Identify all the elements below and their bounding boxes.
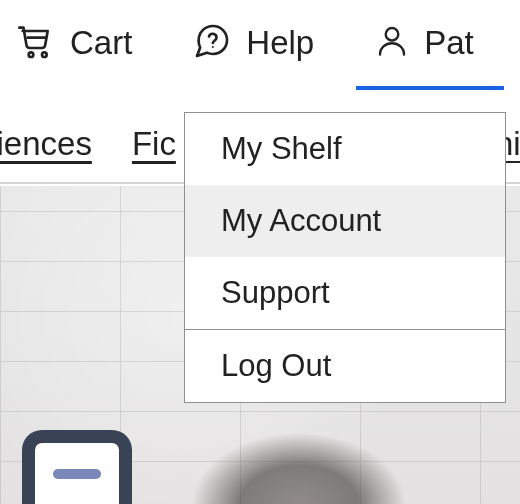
menu-item-my-shelf[interactable]: My Shelf: [185, 113, 505, 185]
device-illustration: [22, 430, 132, 504]
device-line: [53, 469, 101, 479]
user-dropdown-menu: My Shelf My Account Support Log Out: [184, 112, 506, 403]
category-link[interactable]: Fic: [132, 125, 176, 163]
cart-label: Cart: [70, 24, 132, 62]
help-label: Help: [246, 24, 314, 62]
active-tab-indicator: [356, 86, 504, 90]
cart-icon: [16, 21, 56, 65]
svg-point-2: [212, 46, 214, 48]
category-link[interactable]: ciences: [0, 125, 92, 163]
help-button[interactable]: Help: [180, 0, 326, 86]
menu-item-support[interactable]: Support: [185, 257, 505, 329]
help-icon: [192, 21, 232, 65]
svg-point-3: [386, 28, 399, 41]
menu-item-log-out[interactable]: Log Out: [185, 330, 505, 402]
menu-item-my-account[interactable]: My Account: [185, 185, 505, 257]
topbar: Cart Help Pat: [0, 0, 520, 86]
svg-point-1: [42, 52, 47, 57]
user-menu-button[interactable]: Pat: [362, 0, 486, 86]
cart-button[interactable]: Cart: [4, 0, 144, 86]
person-silhouette: [194, 434, 404, 504]
user-name: Pat: [424, 24, 474, 62]
svg-point-0: [29, 52, 34, 57]
user-icon: [374, 21, 410, 65]
